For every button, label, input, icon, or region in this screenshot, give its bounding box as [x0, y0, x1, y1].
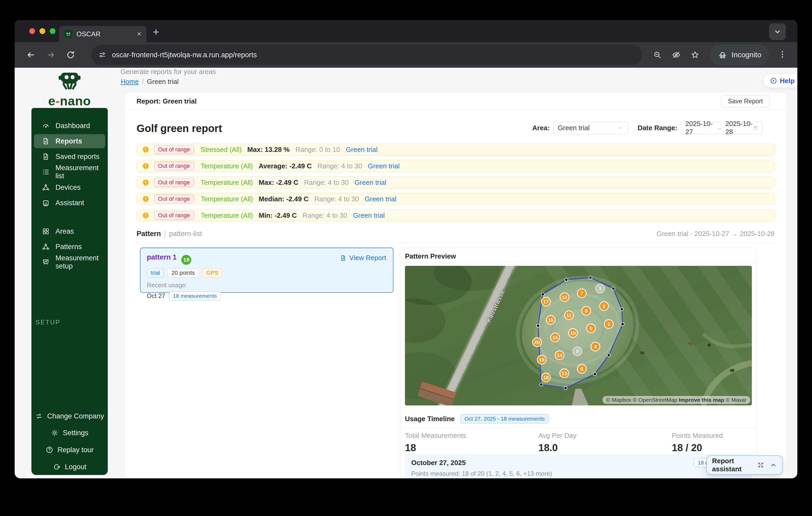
area-select[interactable]: Green trial	[553, 122, 628, 134]
site-settings-icon[interactable]	[98, 51, 106, 59]
usage-timeline-header: Usage Timeline Oct 27, 2025 - 18 measure…	[405, 414, 549, 423]
map-marker-18[interactable]: 18	[542, 373, 550, 382]
osm-attribution[interactable]: © OpenStreetMap	[633, 397, 677, 403]
polygon-vertex[interactable]	[541, 293, 544, 296]
sidebar-item-label: Logout	[65, 463, 87, 471]
sidebar-item-measurement-list[interactable]: Measurement list	[34, 165, 105, 179]
sidebar-item-assistant[interactable]: Assistant	[34, 196, 105, 210]
map-marker-12[interactable]: 12	[560, 293, 569, 302]
question-icon	[46, 446, 53, 454]
map-marker-19[interactable]: 19	[537, 355, 546, 364]
map-marker-1[interactable]: 1	[604, 320, 613, 329]
pattern-card[interactable]: pattern 1 18 View Report trial20 pointsG…	[140, 247, 394, 293]
polygon-vertex[interactable]	[593, 372, 597, 376]
breadcrumb-home-link[interactable]: Home	[121, 78, 139, 86]
sidebar-item-change-company[interactable]: Change Company	[34, 409, 105, 423]
reload-icon[interactable]	[66, 50, 75, 60]
pattern-section-subtitle: pattern-list	[169, 230, 202, 238]
map-marker-2[interactable]: 2	[600, 302, 608, 310]
map-marker-7[interactable]: 7	[577, 289, 586, 298]
help-button[interactable]: Help	[763, 74, 798, 88]
sidebar-item-dashboard[interactable]: Dashboard	[34, 119, 105, 133]
save-report-button[interactable]: Save Report	[721, 95, 770, 107]
forward-icon[interactable]	[46, 50, 55, 60]
report-assistant-widget[interactable]: Report assistant	[706, 455, 783, 475]
chevron-up-icon[interactable]	[770, 461, 777, 469]
bookmark-star-icon[interactable]	[691, 51, 699, 59]
map-marker-4[interactable]: 4	[591, 342, 600, 351]
polygon-vertex[interactable]	[621, 323, 624, 326]
tab-close-icon[interactable]: ×	[137, 30, 141, 38]
map-marker-16[interactable]: 16	[546, 315, 555, 324]
close-window-button[interactable]	[29, 28, 35, 34]
map-marker-8[interactable]: 8	[577, 364, 586, 373]
maxar-attribution[interactable]: © Maxar	[726, 397, 747, 403]
map-marker-6[interactable]: 6	[582, 306, 591, 315]
url-bar[interactable]: oscar-frontend-rt5jtwolqa-nw.a.run.app/r…	[92, 45, 642, 65]
sidebar-item-measurement-setup[interactable]: Measurement setup	[34, 255, 105, 269]
maximize-window-button[interactable]	[50, 28, 55, 34]
url-text[interactable]: oscar-frontend-rt5jtwolqa-nw.a.run.app/r…	[112, 51, 257, 59]
robot-icon	[42, 199, 50, 207]
back-icon[interactable]	[26, 50, 36, 60]
alert-area-link[interactable]: Green trial	[368, 162, 400, 170]
polygon-vertex[interactable]	[540, 383, 543, 386]
sidebar-item-logout[interactable]: Logout	[34, 460, 105, 474]
map-marker-9[interactable]: 9	[573, 347, 582, 356]
alert-area-link[interactable]: Green trial	[353, 211, 384, 219]
alert-row: Out of rangeTemperature (All)Median: -2.…	[137, 193, 775, 205]
pattern-map[interactable]: Kaustrasse 12345678910111213141516171819…	[405, 266, 752, 405]
expand-icon[interactable]	[757, 461, 764, 469]
sidebar-item-patterns[interactable]: Patterns	[34, 240, 105, 254]
polygon-vertex[interactable]	[607, 354, 610, 357]
date-range-picker[interactable]: 2025-10-27 → 2025-10-28	[681, 122, 762, 134]
map-marker-3[interactable]: 3	[596, 284, 605, 293]
new-tab-button[interactable]: +	[153, 26, 159, 38]
browser-tab[interactable]: OSCAR ×	[59, 26, 146, 42]
polygon-vertex[interactable]	[565, 278, 568, 281]
map-marker-20[interactable]: 20	[532, 338, 542, 346]
usage-stat-value: 18 / 20	[672, 442, 798, 454]
sidebar-item-areas[interactable]: Areas	[34, 224, 105, 238]
polygon-vertex[interactable]	[620, 308, 624, 311]
usage-day-row[interactable]: October 27, 2025 Points measured: 18 of …	[405, 454, 752, 478]
sidebar-item-devices[interactable]: Devices	[34, 180, 105, 194]
pattern-preview-title: Pattern Preview	[405, 252, 456, 260]
map-marker-14[interactable]: 14	[555, 351, 564, 360]
robot-logo-icon	[57, 72, 82, 92]
sidebar-item-replay-tour[interactable]: Replay tour	[34, 443, 105, 457]
warning-icon	[142, 179, 149, 186]
browser-menu-icon[interactable]	[778, 50, 787, 60]
map-marker-11[interactable]: 11	[564, 311, 573, 320]
eye-off-icon[interactable]	[672, 51, 681, 59]
tab-search-chevron-button[interactable]	[769, 23, 786, 40]
svg-text:16: 16	[548, 317, 553, 323]
map-marker-15[interactable]: 15	[551, 333, 559, 342]
improve-map-link[interactable]: Improve this map	[679, 397, 724, 403]
map-marker-17[interactable]: 17	[542, 297, 550, 306]
file-icon	[340, 254, 347, 262]
svg-text:14: 14	[557, 353, 562, 358]
alert-area-link[interactable]: Green trial	[346, 146, 377, 154]
mapbox-attribution[interactable]: © Mapbox	[606, 397, 631, 403]
zoom-icon[interactable]	[653, 51, 662, 59]
alert-area-link[interactable]: Green trial	[354, 179, 386, 187]
sidebar-item-saved-reports[interactable]: Saved reports	[34, 150, 105, 164]
map-marker-13[interactable]: 13	[560, 369, 569, 378]
polygon-vertex[interactable]	[564, 387, 567, 390]
usage-measurements-badge[interactable]: 18 measurements	[169, 292, 221, 300]
minimize-window-button[interactable]	[39, 28, 45, 34]
area-select-value: Green trial	[558, 124, 589, 132]
map-marker-10[interactable]: 10	[569, 329, 577, 337]
alert-area-link[interactable]: Green trial	[365, 195, 396, 203]
polygon-vertex[interactable]	[536, 324, 540, 327]
map-marker-5[interactable]: 5	[586, 324, 596, 333]
polygon-vertex[interactable]	[589, 276, 592, 279]
date-end-value[interactable]: 2025-10-28	[725, 120, 753, 136]
sidebar-item-settings[interactable]: Settings	[34, 426, 105, 440]
date-start-value[interactable]: 2025-10-27	[686, 120, 713, 136]
polygon-vertex[interactable]	[612, 287, 615, 290]
pattern-columns: pattern 1 18 View Report trial20 pointsG…	[137, 247, 775, 478]
view-report-link[interactable]: View Report	[340, 254, 386, 262]
sidebar-item-reports[interactable]: Reports	[34, 134, 105, 148]
